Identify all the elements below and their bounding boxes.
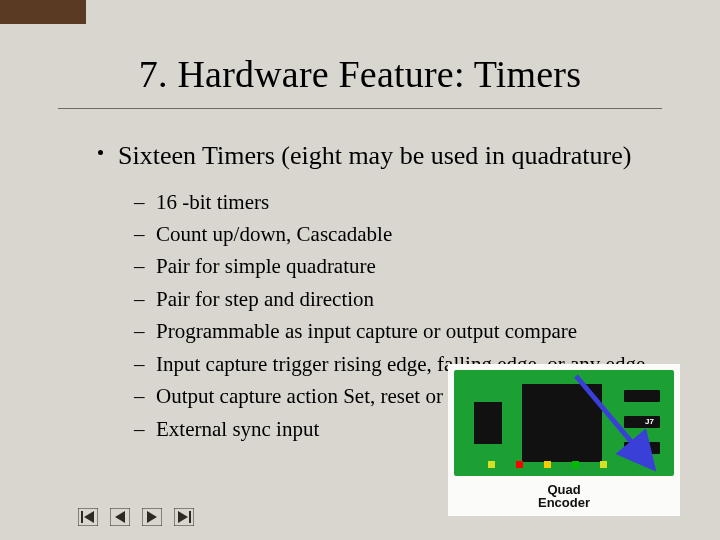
bullet-dot-icon <box>98 150 103 155</box>
svg-marker-3 <box>84 511 94 523</box>
pcb: J7 <box>454 370 674 476</box>
slide-title: 7. Hardware Feature: Timers <box>0 52 720 96</box>
led-icon <box>516 461 523 468</box>
list-item: –Programmable as input capture or output… <box>134 316 694 346</box>
nav-controls <box>78 508 194 526</box>
list-item: –Count up/down, Cascadable <box>134 219 694 249</box>
nav-next-button[interactable] <box>142 508 162 526</box>
board-image: J7 Quad Encoder <box>448 364 680 516</box>
list-item: –16 -bit timers <box>134 187 694 217</box>
header-pin-icon <box>624 442 660 454</box>
led-icon <box>572 461 579 468</box>
nav-prev-button[interactable] <box>110 508 130 526</box>
list-item-text: Pair for simple quadrature <box>156 251 694 281</box>
svg-rect-2 <box>81 511 83 523</box>
list-item-text: 16 -bit timers <box>156 187 694 217</box>
chip-icon <box>522 384 602 462</box>
caption-line: Encoder <box>538 495 590 510</box>
list-item: –Pair for simple quadrature <box>134 251 694 281</box>
led-icon <box>600 461 607 468</box>
nav-last-button[interactable] <box>174 508 194 526</box>
dash-icon: – <box>134 219 156 249</box>
dash-icon: – <box>134 414 156 444</box>
title-divider <box>58 108 662 109</box>
svg-marker-7 <box>147 511 157 523</box>
board-caption: Quad Encoder <box>448 483 680 510</box>
list-item-text: Programmable as input capture or output … <box>156 316 694 346</box>
dash-icon: – <box>134 187 156 217</box>
dash-icon: – <box>134 284 156 314</box>
top-bullet: Sixteen Timers (eight may be used in qua… <box>98 140 680 173</box>
corner-block <box>0 0 86 24</box>
nav-first-button[interactable] <box>78 508 98 526</box>
header-pin-icon <box>624 390 660 402</box>
dash-icon: – <box>134 381 156 411</box>
svg-marker-9 <box>178 511 188 523</box>
dash-icon: – <box>134 316 156 346</box>
svg-marker-5 <box>115 511 125 523</box>
header-pin-icon <box>624 416 660 428</box>
chip-icon <box>474 402 502 444</box>
top-bullet-text: Sixteen Timers (eight may be used in qua… <box>118 141 631 170</box>
list-item-text: Count up/down, Cascadable <box>156 219 694 249</box>
svg-rect-10 <box>189 511 191 523</box>
list-item-text: Pair for step and direction <box>156 284 694 314</box>
dash-icon: – <box>134 251 156 281</box>
dash-icon: – <box>134 349 156 379</box>
connector-label: J7 <box>645 417 654 426</box>
led-icon <box>488 461 495 468</box>
list-item: –Pair for step and direction <box>134 284 694 314</box>
led-icon <box>544 461 551 468</box>
